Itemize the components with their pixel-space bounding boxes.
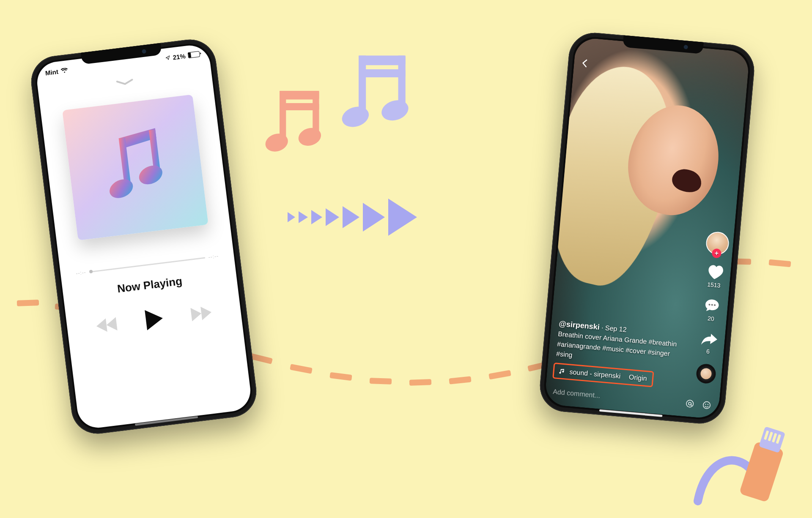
decorative-dash xyxy=(329,372,352,381)
svg-point-28 xyxy=(705,404,706,405)
decorative-dash xyxy=(409,379,431,386)
tiktok-phone: 1513 20 6 @sirpenski · Sep 12 B xyxy=(538,31,757,426)
decorative-dash xyxy=(290,364,313,374)
heart-icon xyxy=(705,263,724,281)
illustration-canvas: Mint 21% xyxy=(0,0,812,518)
decorative-dash xyxy=(449,376,471,384)
music-note-icon xyxy=(258,85,330,165)
music-player-screen: Mint 21% xyxy=(35,43,252,430)
elapsed-time: --:-- xyxy=(76,269,87,276)
share-icon xyxy=(700,330,719,347)
next-track-button[interactable] xyxy=(187,304,213,324)
comment-count: 20 xyxy=(707,315,714,322)
play-button[interactable] xyxy=(143,307,165,331)
emoji-icon[interactable] xyxy=(702,400,712,410)
svg-point-10 xyxy=(339,104,371,131)
music-note-icon xyxy=(334,51,419,139)
back-button[interactable] xyxy=(579,58,590,71)
mention-icon[interactable] xyxy=(685,398,695,409)
collapse-handle[interactable] xyxy=(115,78,134,87)
seek-bar[interactable]: --:-- --:-- xyxy=(76,253,219,276)
like-button[interactable]: 1513 xyxy=(705,263,724,289)
sound-suffix: Origin xyxy=(628,374,647,383)
svg-point-11 xyxy=(379,97,411,124)
music-player-phone: Mint 21% xyxy=(28,37,259,437)
svg-point-29 xyxy=(708,404,709,405)
comment-icon xyxy=(703,297,721,314)
now-playing-title: Now Playing xyxy=(116,275,183,296)
sound-disc[interactable] xyxy=(696,363,717,384)
carrier-label: Mint xyxy=(45,68,59,76)
previous-track-button[interactable] xyxy=(95,315,121,335)
share-button[interactable]: 6 xyxy=(699,330,719,355)
sound-text: sound - sirpenski xyxy=(569,368,621,380)
like-count: 1513 xyxy=(707,281,721,289)
share-count: 6 xyxy=(706,348,710,355)
svg-point-25 xyxy=(686,400,694,407)
comment-button[interactable]: 20 xyxy=(702,297,721,322)
svg-rect-8 xyxy=(359,55,366,115)
decorative-dash xyxy=(250,353,273,364)
svg-point-5 xyxy=(296,125,323,149)
transition-arrows xyxy=(288,199,417,236)
wifi-icon xyxy=(60,68,68,74)
decorative-dash xyxy=(768,259,791,267)
svg-point-21 xyxy=(136,162,166,188)
post-date: Sep 12 xyxy=(605,324,627,333)
creator-avatar[interactable] xyxy=(705,231,730,256)
svg-point-20 xyxy=(107,176,136,202)
music-note-icon xyxy=(95,123,176,212)
remaining-time: --:-- xyxy=(208,253,219,260)
decorative-dash xyxy=(370,378,392,384)
location-icon xyxy=(165,55,170,60)
svg-rect-2 xyxy=(280,91,286,141)
album-art[interactable] xyxy=(62,94,208,240)
svg-point-27 xyxy=(703,401,710,409)
music-note-icon xyxy=(558,368,565,375)
tiktok-screen: 1513 20 6 @sirpenski · Sep 12 B xyxy=(544,37,750,420)
svg-point-4 xyxy=(263,131,290,155)
decorative-dash xyxy=(488,370,511,380)
chevron-left-icon xyxy=(579,58,590,69)
battery-icon xyxy=(188,51,200,58)
battery-percent: 21% xyxy=(173,52,186,61)
decorative-dash xyxy=(17,300,39,306)
